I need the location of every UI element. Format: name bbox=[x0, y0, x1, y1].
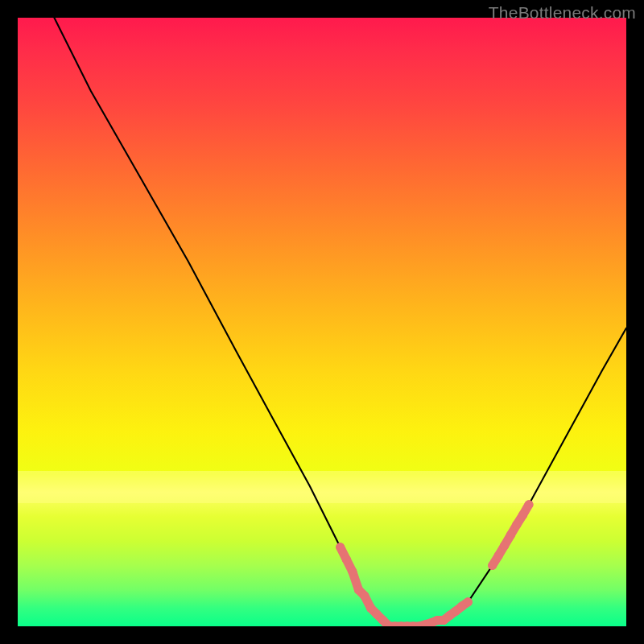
marker-dot bbox=[488, 561, 497, 570]
marker-dot bbox=[342, 555, 351, 564]
marker-dot bbox=[518, 510, 527, 519]
marker-group bbox=[336, 500, 533, 626]
watermark-text: TheBottleneck.com bbox=[489, 3, 636, 23]
marker-dot bbox=[525, 500, 534, 509]
marker-dot bbox=[336, 543, 345, 551]
marker-dot bbox=[512, 520, 521, 529]
marker-dot bbox=[360, 592, 369, 601]
chart-svg bbox=[18, 18, 626, 626]
marker-dot bbox=[506, 530, 515, 539]
chart-plot-area bbox=[18, 18, 626, 626]
marker-dot bbox=[464, 597, 473, 606]
marker-dot bbox=[348, 568, 357, 576]
marker-dot bbox=[494, 551, 503, 560]
bottleneck-curve bbox=[54, 18, 626, 626]
marker-dot bbox=[500, 541, 509, 550]
